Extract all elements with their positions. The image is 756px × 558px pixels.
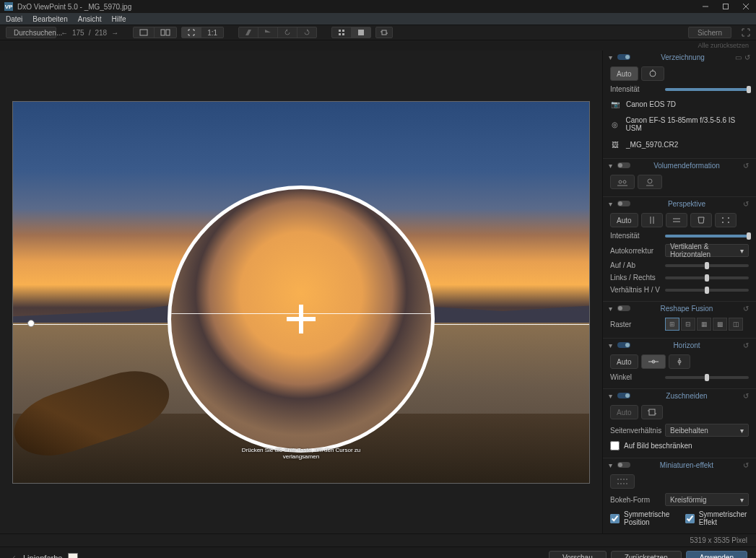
autocorrect-label: Autokorrektur xyxy=(610,247,661,255)
chevron-down-icon[interactable]: ▾ xyxy=(609,200,614,208)
browse-button[interactable]: Durchsuchen... xyxy=(6,27,56,38)
perspective-auto-button[interactable]: Auto xyxy=(610,213,638,227)
menu-view[interactable]: Ansicht xyxy=(78,15,102,23)
bokeh-dropdown[interactable]: Kreisförmig▾ xyxy=(665,493,749,506)
grid-custom-icon[interactable]: ◫ xyxy=(729,318,743,331)
minimize-button[interactable] xyxy=(700,1,711,12)
updown-slider[interactable] xyxy=(665,264,749,267)
image-canvas[interactable]: Drücken Sie die Shift-Taste, um den Curs… xyxy=(12,101,590,484)
svg-point-28 xyxy=(722,222,724,223)
autocorrect-dropdown[interactable]: Vertikalen & Horizontalen▾ xyxy=(665,244,749,257)
reset-icon[interactable]: ↺ xyxy=(743,461,750,469)
leftright-slider[interactable] xyxy=(665,276,749,279)
horizon-auto-button[interactable]: Auto xyxy=(610,354,638,369)
crop-auto-button[interactable]: Auto xyxy=(610,405,638,419)
sym-eff-checkbox[interactable]: Symmetrischer Effekt xyxy=(685,510,749,526)
distortion-intensity-slider[interactable] xyxy=(665,88,749,91)
panel-toggle[interactable] xyxy=(617,462,630,468)
bokeh-label: Bokeh-Form xyxy=(610,496,661,504)
compare-split[interactable] xyxy=(155,27,176,38)
zoom-1to1[interactable]: 1:1 xyxy=(201,27,223,38)
panel-perspective: ▾ Perspektive ↺ Auto Intensität xyxy=(603,197,756,302)
grid-4x4-icon[interactable]: ▦ xyxy=(697,318,711,331)
reset-icon[interactable]: ↺ xyxy=(744,53,750,61)
fullscreen-toggle[interactable] xyxy=(742,28,750,37)
ratio-slider[interactable] xyxy=(665,289,749,292)
svg-rect-34 xyxy=(649,409,655,415)
maximize-button[interactable] xyxy=(720,1,731,12)
rotate-cw-icon[interactable] xyxy=(297,27,316,38)
constrain-checkbox[interactable]: Auf Bild beschränken xyxy=(610,441,749,450)
zoom-fit[interactable] xyxy=(182,27,201,38)
grid-3x3-icon[interactable]: ⊟ xyxy=(681,318,695,331)
panel-toggle[interactable] xyxy=(617,54,630,60)
perspective-vertical-icon[interactable] xyxy=(641,213,663,227)
menu-file[interactable]: Datei xyxy=(6,15,22,23)
compare-single[interactable] xyxy=(134,27,155,38)
prev-button[interactable]: ← xyxy=(61,29,68,37)
panel-title: Horizont xyxy=(633,341,740,349)
sym-pos-checkbox[interactable]: Symmetrische Position xyxy=(610,510,678,526)
chevron-down-icon[interactable]: ▾ xyxy=(609,162,614,170)
next-button[interactable]: → xyxy=(111,29,118,37)
perspective-horizontal-icon[interactable] xyxy=(666,213,687,227)
crop-overlay-icon[interactable] xyxy=(375,27,393,38)
save-button[interactable]: Sichern xyxy=(688,27,731,38)
chevron-down-icon[interactable]: ▾ xyxy=(609,392,614,400)
grid-2x2-icon[interactable]: ⊞ xyxy=(665,318,679,331)
chevron-down-icon[interactable]: ▾ xyxy=(609,305,614,313)
miniature-mode-icon[interactable] xyxy=(610,474,635,489)
perspective-rect-icon[interactable] xyxy=(690,213,712,227)
horizon-vertical-icon[interactable] xyxy=(669,354,690,369)
preview-button[interactable]: Vorschau xyxy=(549,551,607,559)
viewport[interactable]: Drücken Sie die Shift-Taste, um den Curs… xyxy=(0,51,602,533)
reset-icon[interactable]: ↺ xyxy=(743,200,750,208)
volume-mode-a[interactable] xyxy=(610,175,635,189)
reset-icon[interactable]: ↺ xyxy=(743,305,750,313)
chevron-down-icon[interactable]: ▾ xyxy=(609,461,614,469)
single-view-icon[interactable] xyxy=(352,27,370,38)
camera-name: Canon EOS 7D xyxy=(626,100,676,108)
angle-slider[interactable] xyxy=(665,376,749,379)
horizon-level-icon[interactable] xyxy=(641,354,666,369)
perspective-intensity-slider[interactable] xyxy=(665,235,749,237)
line-style-icon[interactable]: ⟋ xyxy=(9,553,17,559)
menu-help[interactable]: Hilfe xyxy=(112,15,126,23)
aspect-dropdown[interactable]: Beibehalten▾ xyxy=(665,424,749,437)
preset-icon[interactable]: ▭ xyxy=(735,53,742,61)
panel-toggle[interactable] xyxy=(617,162,630,168)
distortion-auto-button[interactable]: Auto xyxy=(610,66,638,81)
chevron-down-icon[interactable]: ▾ xyxy=(609,341,614,349)
panel-toggle[interactable] xyxy=(617,393,630,398)
loupe[interactable] xyxy=(168,186,435,453)
panel-toggle[interactable] xyxy=(617,201,630,206)
rotate-ccw-icon[interactable] xyxy=(278,27,297,38)
reset-icon[interactable]: ↺ xyxy=(743,162,750,170)
distortion-manual-button[interactable] xyxy=(641,66,664,81)
reset-icon[interactable]: ↺ xyxy=(743,392,750,400)
panel-volume: ▾ Volumendeformation ↺ xyxy=(603,159,756,197)
flip-v-icon[interactable] xyxy=(258,27,278,38)
close-button[interactable] xyxy=(740,1,752,12)
panel-toggle[interactable] xyxy=(617,305,630,311)
flip-h-icon[interactable] xyxy=(239,27,258,38)
menubar: Datei Bearbeiten Ansicht Hilfe xyxy=(0,13,756,25)
panel-miniature: ▾ Miniaturen-effekt ↺ Bokeh-Form Kreisfö… xyxy=(603,458,756,533)
svg-rect-5 xyxy=(161,30,165,35)
bottombar: ⟋ Linienfarbe Vorschau Zurücksetzen Anwe… xyxy=(0,546,756,558)
perspective-8pt-icon[interactable] xyxy=(715,213,737,227)
grid-5x5-icon[interactable]: ▩ xyxy=(713,318,727,331)
volume-mode-b[interactable] xyxy=(638,175,662,189)
crop-manual-icon[interactable] xyxy=(641,405,663,419)
panel-title: Verzeichnung xyxy=(633,53,732,61)
reset-all-link[interactable]: Alle zurücksetzen xyxy=(0,40,756,51)
panel-toggle[interactable] xyxy=(617,342,630,348)
menu-edit[interactable]: Bearbeiten xyxy=(32,15,67,23)
reset-icon[interactable]: ↺ xyxy=(743,341,750,349)
chevron-down-icon[interactable]: ▾ xyxy=(609,53,614,61)
reset-button[interactable]: Zurücksetzen xyxy=(611,551,682,559)
linecolor-swatch[interactable] xyxy=(68,553,78,559)
apply-button[interactable]: Anwenden xyxy=(686,551,747,559)
grid-view-icon[interactable] xyxy=(332,27,352,38)
intensity-label: Intensität xyxy=(610,232,661,240)
